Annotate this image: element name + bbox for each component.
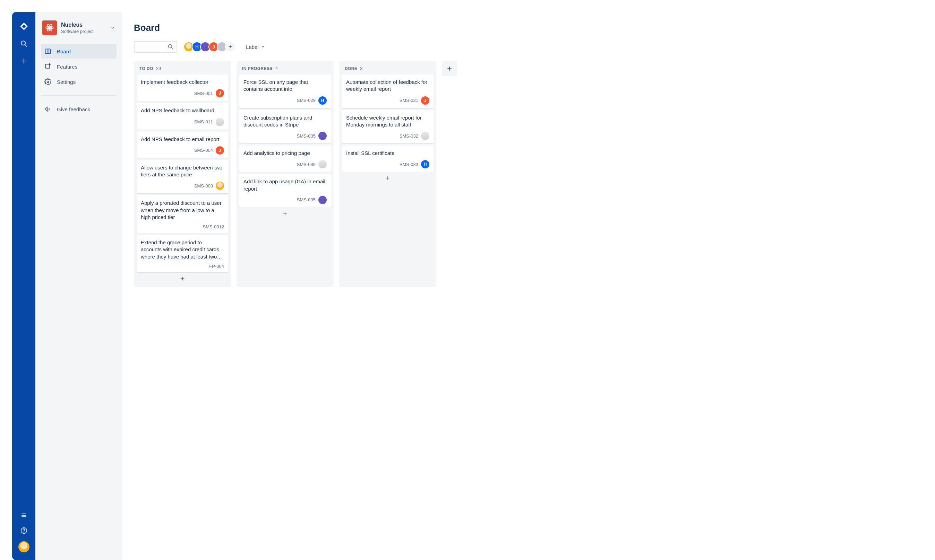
card-title: Force SSL on any page that contains acco… xyxy=(244,78,327,93)
assignee-avatar: J xyxy=(216,146,224,155)
megaphone-icon xyxy=(45,106,52,112)
assignee-avatar xyxy=(318,132,327,140)
issue-card[interactable]: Apply a prorated discount to a user when… xyxy=(137,195,228,233)
card-id: SMS-033 xyxy=(400,162,418,167)
card-id: SMS-008 xyxy=(194,183,213,189)
board-column: In progress4Force SSL on any page that c… xyxy=(236,61,333,287)
assignee-avatar xyxy=(216,182,224,190)
assignee-avatar: J xyxy=(216,89,224,97)
add-member-button[interactable]: + xyxy=(225,42,236,52)
issue-card[interactable]: Create subscription plans and discount c… xyxy=(239,110,331,144)
issue-card[interactable]: Add NPS feedback to wallboardSMS-011 xyxy=(137,103,228,129)
issue-card[interactable]: Add NPS feedback to email reportSMS-004J xyxy=(137,132,228,158)
card-title: Schedule weekly email report for Monday … xyxy=(346,114,429,129)
card-id: SMS-032 xyxy=(400,134,418,138)
card-id: SMS-001 xyxy=(194,91,213,96)
issue-card[interactable]: Schedule weekly email report for Monday … xyxy=(342,110,434,144)
assignee-avatar xyxy=(318,196,327,204)
card-title: Allow users to change between two tiers … xyxy=(141,164,224,178)
issue-card[interactable]: Allow users to change between two tiers … xyxy=(137,160,228,194)
svg-point-8 xyxy=(23,532,24,532)
card-title: Apply a prorated discount to a user when… xyxy=(141,200,224,221)
add-card-button[interactable] xyxy=(239,208,331,219)
main-content: Board HJ+ Label To do29Implement feedbac… xyxy=(122,12,935,560)
card-id: SMS-029 xyxy=(297,98,316,103)
board-icon xyxy=(45,48,52,55)
page-title: Board xyxy=(134,23,935,33)
svg-line-21 xyxy=(171,48,173,49)
card-title: Add NPS feedback to wallboard xyxy=(141,107,224,114)
sidebar-item-label: Settings xyxy=(57,79,76,85)
sidebar-item-board[interactable]: Board xyxy=(41,44,117,58)
card-title: Implement feedback collector xyxy=(141,78,224,86)
board-column: Done3Automate collection of feedback for… xyxy=(339,61,436,287)
profile-avatar[interactable] xyxy=(19,541,29,552)
issue-card[interactable]: Automate collection of feedback for week… xyxy=(342,74,434,108)
card-title: Install SSL certificate xyxy=(346,150,429,157)
project-switcher[interactable]: Nucleus Software project xyxy=(41,20,117,40)
card-id: SMS-004 xyxy=(194,148,213,153)
card-title: Add NPS feedback to email report xyxy=(141,136,224,143)
card-id: SMS-031 xyxy=(400,98,418,103)
card-title: Automate collection of feedback for week… xyxy=(346,78,429,93)
issue-card[interactable]: Add link to app usage (GA) in email repo… xyxy=(239,174,331,208)
assignee-avatar: H xyxy=(318,96,327,105)
card-id: FP-004 xyxy=(209,264,224,269)
card-title: Add analytics to pricing page xyxy=(244,150,327,157)
issue-card[interactable]: Add analytics to pricing pageSMS-039 xyxy=(239,146,331,172)
issue-card[interactable]: Force SSL on any page that contains acco… xyxy=(239,74,331,108)
sidebar-item-feedback[interactable]: Give feedback xyxy=(41,102,117,117)
card-title: Extend the grace period to accounts with… xyxy=(141,239,224,260)
issue-card[interactable]: Install SSL certificateSMS-033H xyxy=(342,146,434,172)
label-filter-button[interactable]: Label xyxy=(246,44,265,50)
add-card-button[interactable] xyxy=(342,172,434,184)
kanban-board: To do29Implement feedback collectorSMS-0… xyxy=(134,61,935,294)
column-count: 4 xyxy=(275,66,278,71)
issue-card[interactable]: Implement feedback collectorSMS-001J xyxy=(137,74,228,101)
product-logo-icon[interactable] xyxy=(19,22,28,31)
card-id: SMS-0012 xyxy=(203,224,224,229)
column-title: Done xyxy=(345,66,357,71)
sidebar-item-features[interactable]: Features xyxy=(41,59,117,74)
svg-rect-13 xyxy=(45,49,51,53)
help-icon[interactable] xyxy=(19,526,28,535)
svg-point-0 xyxy=(21,41,25,45)
assignee-avatar xyxy=(318,160,327,168)
sidebar-item-settings[interactable]: Settings xyxy=(41,74,117,89)
column-title: To do xyxy=(139,66,153,71)
assignee-avatar: H xyxy=(421,160,429,168)
feature-icon xyxy=(45,63,52,70)
assignee-avatar xyxy=(216,118,224,126)
svg-line-1 xyxy=(25,45,27,47)
card-id: SMS-011 xyxy=(194,119,213,125)
svg-rect-16 xyxy=(45,64,49,68)
sidebar-item-label: Board xyxy=(57,49,71,54)
card-title: Create subscription plans and discount c… xyxy=(244,114,327,129)
project-sidebar: Nucleus Software project Board Features xyxy=(35,12,122,560)
svg-point-19 xyxy=(47,81,49,83)
column-count: 29 xyxy=(156,66,161,71)
card-id: SMS-039 xyxy=(297,162,316,167)
chevron-down-icon xyxy=(110,25,115,30)
avatar-stack: HJ+ xyxy=(184,42,236,52)
assignee-avatar: J xyxy=(421,96,429,105)
project-type: Software project xyxy=(61,29,94,34)
search-icon[interactable] xyxy=(19,39,28,48)
card-title: Add link to app usage (GA) in email repo… xyxy=(244,178,327,192)
chevron-down-icon xyxy=(261,45,265,49)
create-icon[interactable] xyxy=(19,57,28,66)
svg-point-9 xyxy=(49,27,50,28)
sidebar-item-label: Give feedback xyxy=(57,106,90,112)
menu-icon[interactable] xyxy=(19,511,28,520)
assignee-avatar xyxy=(421,132,429,140)
sidebar-nav: Board Features Settings xyxy=(41,44,117,89)
issue-card[interactable]: Extend the grace period to accounts with… xyxy=(137,235,228,272)
board-column: To do29Implement feedback collectorSMS-0… xyxy=(134,61,231,287)
project-logo-icon xyxy=(42,20,57,35)
add-column-button[interactable] xyxy=(442,61,457,76)
card-id: SMS-035 xyxy=(297,134,316,138)
global-nav-rail xyxy=(12,12,35,560)
add-card-button[interactable] xyxy=(137,273,228,284)
search-input[interactable] xyxy=(134,41,177,53)
label-filter-text: Label xyxy=(246,44,259,50)
